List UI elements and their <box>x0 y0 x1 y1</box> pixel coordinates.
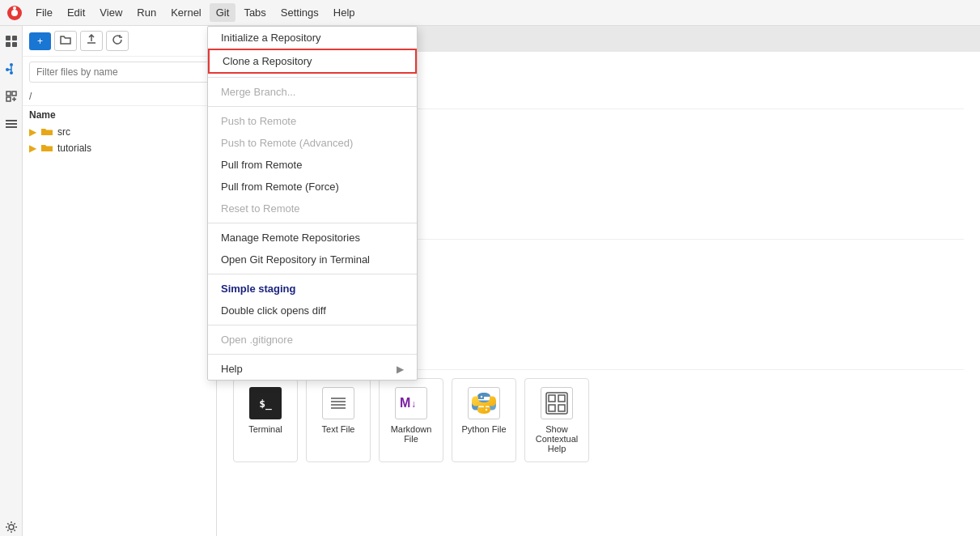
icon-sidebar <box>0 26 23 536</box>
svg-point-2 <box>13 6 16 10</box>
menu-item-simple-staging[interactable]: Simple staging <box>208 278 417 300</box>
textfile-card[interactable]: Text File <box>306 378 371 462</box>
svg-rect-12 <box>6 91 11 96</box>
folder-open-icon <box>60 34 71 45</box>
upload-btn[interactable] <box>80 31 103 51</box>
menu-item-reset: Reset to Remote <box>208 198 417 219</box>
dropdown-separator-5 <box>208 325 417 325</box>
svg-point-1 <box>11 10 18 16</box>
folder-icon-src <box>41 127 53 137</box>
menu-item-merge: Merge Branch... <box>208 81 417 103</box>
svg-point-18 <box>9 525 14 530</box>
menu-view[interactable]: View <box>93 3 129 22</box>
sidebar-list-btn[interactable] <box>2 115 20 133</box>
list-item-src[interactable]: ▶ src <box>23 124 216 140</box>
app-logo <box>6 5 23 21</box>
textfile-icon <box>322 387 354 419</box>
terminal-icon: $_ <box>249 387 282 419</box>
markdown-m-icon: M ↓ <box>400 396 422 411</box>
terminal-icon-text: $_ <box>259 398 272 410</box>
svg-rect-3 <box>6 36 11 40</box>
other-items-grid: $_ Terminal Text File M <box>233 378 964 462</box>
svg-text:↓: ↓ <box>411 398 416 410</box>
dropdown-separator-6 <box>208 354 417 355</box>
folder-icon: ▶ <box>29 126 36 138</box>
svg-text:M: M <box>400 396 410 410</box>
sidebar-git-btn[interactable] <box>2 60 20 78</box>
menu-file[interactable]: File <box>29 3 59 22</box>
contextual-help-icon <box>544 390 570 416</box>
refresh-icon <box>112 34 123 45</box>
menu-item-initialize[interactable]: Initialize a Repository <box>208 27 417 49</box>
textfile-label: Text File <box>322 424 355 434</box>
menu-settings[interactable]: Settings <box>274 3 325 22</box>
menu-item-clone[interactable]: Clone a Repository <box>208 49 417 74</box>
dropdown-separator-1 <box>208 77 417 78</box>
help-arrow-icon: ▶ <box>397 364 404 375</box>
folder-arrow-icon: ▶ <box>29 143 36 154</box>
menu-item-double-click-diff[interactable]: Double click opens diff <box>208 300 417 321</box>
menu-tabs[interactable]: Tabs <box>237 3 272 22</box>
svg-rect-16 <box>6 123 17 125</box>
sidebar-extension-btn[interactable] <box>2 87 20 105</box>
refresh-btn[interactable] <box>106 31 129 51</box>
menu-item-open-terminal[interactable]: Open Git Repository in Terminal <box>208 249 417 270</box>
tutorials-label: tutorials <box>57 143 91 154</box>
file-list-header: Name <box>23 105 216 124</box>
filter-input[interactable] <box>29 62 210 83</box>
menu-help[interactable]: Help <box>327 3 362 22</box>
python-file-icon <box>471 390 497 416</box>
markdown-icon: M ↓ <box>395 387 427 419</box>
menu-kernel[interactable]: Kernel <box>164 3 208 22</box>
folder-icon-tutorials <box>41 143 53 153</box>
svg-rect-32 <box>546 393 567 414</box>
terminal-card[interactable]: $_ Terminal <box>233 378 298 462</box>
git-dropdown-menu: Initialize a Repository Clone a Reposito… <box>207 26 418 381</box>
svg-point-30 <box>481 396 482 398</box>
svg-rect-35 <box>558 395 565 402</box>
menu-item-push-advanced: Push to Remote (Advanced) <box>208 132 417 154</box>
dropdown-separator-4 <box>208 274 417 274</box>
svg-point-8 <box>10 71 13 74</box>
menu-item-open-gitignore: Open .gitignore <box>208 329 417 351</box>
upload-icon <box>86 34 97 45</box>
svg-rect-15 <box>6 120 17 121</box>
svg-rect-17 <box>6 126 17 128</box>
menubar: File Edit View Run Kernel Git Tabs Setti… <box>0 0 980 26</box>
markdown-label: Markdown File <box>384 424 438 444</box>
menu-item-pull-force[interactable]: Pull from Remote (Force) <box>208 176 417 198</box>
menu-edit[interactable]: Edit <box>61 3 91 22</box>
menu-git[interactable]: Git <box>210 3 236 22</box>
pythonfile-card[interactable]: Python File <box>452 378 516 462</box>
sidebar-plugin-btn[interactable] <box>2 518 20 536</box>
pythonfile-label: Python File <box>461 424 506 434</box>
plus-icon: + <box>37 36 43 47</box>
file-panel: + + / Name ▶ src ▶ tutorials <box>23 26 217 536</box>
markdown-card[interactable]: M ↓ Markdown File <box>379 378 443 462</box>
file-toolbar: + + <box>23 26 216 57</box>
menu-run[interactable]: Run <box>130 3 163 22</box>
src-label: src <box>57 126 70 138</box>
menu-item-help[interactable]: Help ▶ <box>208 358 417 380</box>
svg-rect-6 <box>12 42 17 47</box>
text-lines-icon <box>329 393 348 413</box>
list-item-tutorials[interactable]: ▶ tutorials <box>23 140 216 156</box>
help-label: Help <box>221 363 243 375</box>
menu-item-push: Push to Remote <box>208 110 417 132</box>
svg-point-7 <box>10 63 13 66</box>
file-breadcrumb: / <box>23 87 216 105</box>
pythonfile-icon <box>468 387 500 419</box>
menu-item-manage-remote[interactable]: Manage Remote Repositories <box>208 227 417 249</box>
contextual-icon <box>541 387 573 419</box>
open-folder-btn[interactable] <box>54 31 77 51</box>
terminal-label: Terminal <box>248 424 282 434</box>
svg-rect-14 <box>6 97 11 101</box>
svg-rect-4 <box>12 36 17 40</box>
menu-item-pull[interactable]: Pull from Remote <box>208 154 417 176</box>
new-button[interactable]: + + <box>29 32 51 50</box>
svg-rect-13 <box>12 91 16 96</box>
svg-rect-34 <box>549 405 555 411</box>
sidebar-files-btn[interactable] <box>2 32 20 50</box>
svg-rect-36 <box>558 405 565 411</box>
contextual-help-card[interactable]: Show Contextual Help <box>524 378 589 462</box>
